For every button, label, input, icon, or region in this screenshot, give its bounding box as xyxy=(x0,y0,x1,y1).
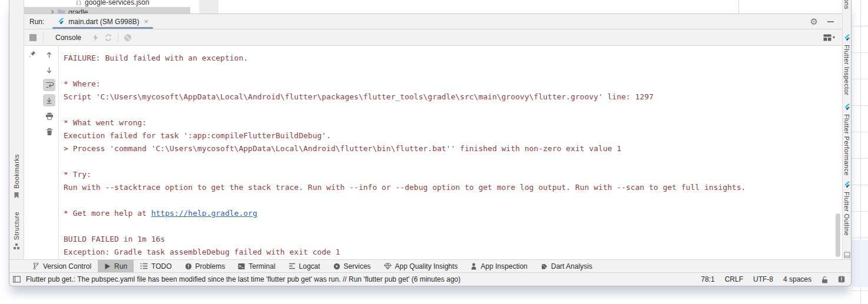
scroll-down-button[interactable] xyxy=(43,64,55,76)
svg-text:{}: {} xyxy=(75,0,82,5)
console-line: * Get more help at https://help.gradle.o… xyxy=(64,207,824,220)
clear-console-button[interactable] xyxy=(43,125,55,138)
soft-wrap-toggle[interactable] xyxy=(43,79,55,91)
tree-row-gradle[interactable]: gradle xyxy=(24,7,190,14)
toolbar-item-label: Version Control xyxy=(43,262,91,270)
console-line xyxy=(64,155,824,168)
arrow-down-icon xyxy=(45,66,53,74)
play-icon xyxy=(104,263,111,270)
notifications-icon[interactable] xyxy=(838,276,845,283)
console-scrollbar[interactable] xyxy=(836,213,840,257)
tree-scrollbar-track[interactable] xyxy=(199,0,218,14)
console-line: > Process 'command 'C:\Users\mycosoft\Ap… xyxy=(64,142,824,155)
json-file-icon: {} xyxy=(75,0,82,6)
window-icon xyxy=(844,252,850,258)
toolbar-item-dart-analysis[interactable]: Dart Analysis xyxy=(534,260,599,272)
caret-position[interactable]: 78:1 xyxy=(701,275,714,283)
console-output[interactable]: FAILURE: Build failed with an exception.… xyxy=(64,52,824,259)
close-icon[interactable]: × xyxy=(144,18,148,25)
sidebar-item-flutter-inspector[interactable]: Flutter Inspector xyxy=(843,34,851,95)
line-separator[interactable]: CRLF xyxy=(725,275,743,283)
console-line-text: * What went wrong: xyxy=(64,118,147,127)
stripe-item-label: Structure xyxy=(13,212,20,240)
editor-split-divider xyxy=(738,0,739,14)
console-line-text: BUILD FAILED in 1m 16s xyxy=(64,235,165,243)
tree-item-label: google-services.json xyxy=(85,0,149,6)
gradle-help-link[interactable]: https://help.gradle.org xyxy=(151,209,257,218)
status-bar: Flutter pub get.: The pubspec.yaml file … xyxy=(9,272,851,286)
tool-window-toggle-icon[interactable] xyxy=(13,276,21,283)
toolbar-item-label: TODO xyxy=(151,262,171,270)
console-line: * Try: xyxy=(64,168,824,181)
layout-settings-button[interactable]: ▾ xyxy=(823,34,842,41)
console-line-text: Execution failed for task ':app:compileF… xyxy=(64,131,331,140)
minimize-icon[interactable] xyxy=(827,21,834,22)
scroll-up-button[interactable] xyxy=(43,49,55,61)
restart-icon[interactable] xyxy=(104,34,112,42)
tree-row-google-services-json[interactable]: {}google-services.json xyxy=(24,0,190,7)
lock-icon[interactable] xyxy=(821,276,828,283)
screen: BookmarksStructure ons Flutter Inspector… xyxy=(0,0,868,304)
console-panel: FAILURE: Build failed with an exception.… xyxy=(24,46,842,259)
console-line: BUILD FAILED in 1m 16s xyxy=(64,233,824,246)
stop-button[interactable] xyxy=(29,34,37,41)
services-icon xyxy=(333,263,340,270)
toolbar-item-problems[interactable]: Problems xyxy=(178,260,232,272)
console-line-text: * Try: xyxy=(64,170,91,179)
dart-icon xyxy=(541,263,548,270)
toolbar-item-services[interactable]: Services xyxy=(327,260,377,272)
status-message[interactable]: Flutter pub get.: The pubspec.yaml file … xyxy=(26,275,695,283)
toolbar-divider xyxy=(118,33,118,42)
tab-console[interactable]: Console xyxy=(52,31,85,44)
tool-window-bar: Version ControlRunTODOProblemsTerminalLo… xyxy=(9,259,851,272)
sidebar-item-flutter-performance[interactable]: Flutter Performance xyxy=(843,103,851,176)
toolbar-item-label: Problems xyxy=(196,262,226,270)
toolbar-item-terminal[interactable]: Terminal xyxy=(231,260,281,272)
layout-icon xyxy=(823,34,831,41)
print-button[interactable] xyxy=(43,110,55,122)
pin-icon[interactable] xyxy=(28,50,37,59)
toolbar-item-label: Dart Analysis xyxy=(551,262,592,270)
console-line-text: Exception: Gradle task assembleDebug fai… xyxy=(64,248,340,256)
indent-setting[interactable]: 4 spaces xyxy=(783,275,811,283)
console-line-text: Script 'C:\Users\mycosoft\AppData\Local\… xyxy=(64,92,654,101)
restore-panel-icon[interactable] xyxy=(843,252,851,258)
console-line-text xyxy=(64,105,68,114)
scroll-to-end-toggle[interactable] xyxy=(43,94,55,106)
notifications-partial-label: ons xyxy=(843,0,850,9)
ide-window: BookmarksStructure ons Flutter Inspector… xyxy=(9,0,852,286)
sidebar-item-bookmarks[interactable]: Bookmarks xyxy=(9,154,24,199)
toolbar-divider xyxy=(43,32,44,43)
toolbar-item-logcat[interactable]: Logcat xyxy=(282,260,327,272)
toolbar-item-app-inspection[interactable]: App Inspection xyxy=(464,260,534,272)
gear-icon[interactable]: ⚙ xyxy=(810,17,818,26)
sidebar-item-flutter-outline[interactable]: Flutter Outline xyxy=(843,181,851,236)
toolbar-item-run[interactable]: Run xyxy=(98,260,134,272)
console-toolbar: Console ▾ xyxy=(24,29,842,46)
toolbar-item-label: App Inspection xyxy=(481,262,527,270)
file-encoding[interactable]: UTF-8 xyxy=(753,275,773,283)
branch-icon xyxy=(32,262,39,270)
chevron-right-icon xyxy=(50,9,55,14)
clear-all-icon[interactable] xyxy=(124,34,132,42)
toolbar-item-version-control[interactable]: Version Control xyxy=(26,260,98,272)
run-tab-main-dart[interactable]: main.dart (SM G998B) × xyxy=(51,14,154,29)
console-line-text xyxy=(64,157,68,166)
toolbar-item-todo[interactable]: TODO xyxy=(134,260,178,272)
console-line: * What went wrong: xyxy=(64,116,824,129)
sidebar-item-structure[interactable]: Structure xyxy=(9,212,24,250)
folder-icon xyxy=(58,9,65,14)
toolbar-item-app-quality-insights[interactable]: App Quality Insights xyxy=(377,260,465,272)
sidebar-item-notifications-partial[interactable]: ons xyxy=(843,0,851,9)
console-line: Exception: Gradle task assembleDebug fai… xyxy=(64,246,824,259)
logcat-icon xyxy=(289,263,296,269)
hot-reload-icon[interactable] xyxy=(92,34,99,42)
console-line-text xyxy=(64,196,68,205)
console-line xyxy=(64,194,824,207)
console-line-text: > Process 'command 'C:\Users\mycosoft\Ap… xyxy=(64,144,621,153)
console-gutter xyxy=(41,46,59,259)
left-tool-stripe: BookmarksStructure xyxy=(9,0,24,259)
chevron-down-icon: ▾ xyxy=(833,35,835,40)
console-line xyxy=(64,65,824,78)
toolbar-item-label: Logcat xyxy=(299,262,320,270)
